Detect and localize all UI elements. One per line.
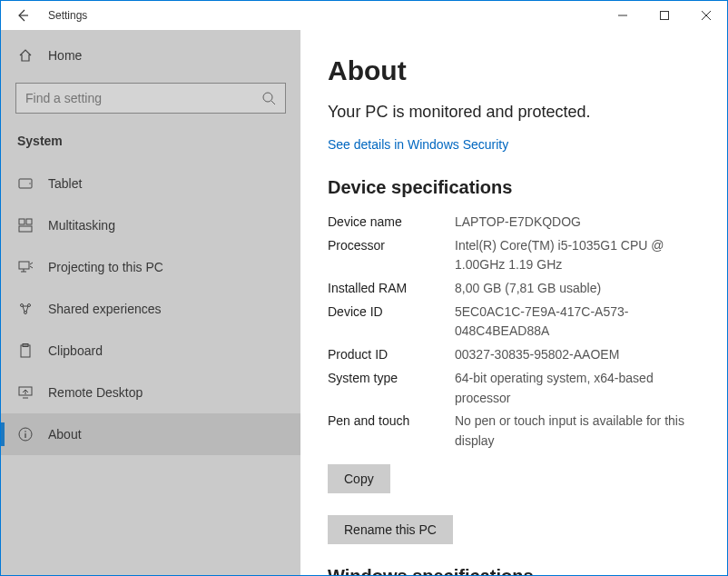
page-title: About — [328, 55, 700, 86]
spec-row: Pen and touchNo pen or touch input is av… — [328, 412, 700, 451]
protection-status: Your PC is monitored and protected. — [328, 103, 700, 122]
windows-spec-heading: Windows specifications — [328, 566, 700, 575]
sidebar-home[interactable]: Home — [1, 37, 300, 74]
spec-label: Device name — [328, 213, 455, 233]
device-spec-heading: Device specifications — [328, 177, 700, 198]
spec-label: Device ID — [328, 303, 455, 342]
sidebar-item-clipboard[interactable]: Clipboard — [1, 330, 300, 372]
svg-rect-6 — [19, 226, 32, 232]
maximize-button[interactable] — [644, 1, 685, 30]
sidebar-item-label: Projecting to this PC — [48, 260, 163, 274]
minimize-button[interactable] — [602, 1, 644, 30]
sidebar-item-remote[interactable]: Remote Desktop — [1, 372, 300, 413]
spec-label: Installed RAM — [328, 279, 455, 299]
svg-rect-5 — [26, 219, 32, 224]
spec-row: ProcessorIntel(R) Core(TM) i5-1035G1 CPU… — [328, 236, 700, 275]
spec-row: Product ID00327-30835-95802-AAOEM — [328, 345, 700, 365]
main-content: About Your PC is monitored and protected… — [300, 30, 727, 575]
spec-label: System type — [328, 369, 455, 408]
spec-value: 8,00 GB (7,81 GB usable) — [455, 279, 601, 299]
sidebar-item-tablet[interactable]: Tablet — [1, 163, 300, 204]
spec-label: Product ID — [328, 345, 455, 365]
sidebar-item-label: Tablet — [48, 176, 82, 191]
back-button[interactable] — [1, 1, 44, 30]
spec-row: Device ID5EC0AC1C-7E9A-417C-A573-048C4BE… — [328, 303, 700, 342]
spec-value: 5EC0AC1C-7E9A-417C-A573-048C4BEAD88A — [455, 303, 700, 342]
window-title: Settings — [44, 9, 87, 22]
svg-rect-4 — [19, 219, 25, 224]
windows-security-link[interactable]: See details in Windows Security — [328, 137, 508, 152]
spec-label: Processor — [328, 236, 455, 275]
spec-row: Installed RAM8,00 GB (7,81 GB usable) — [328, 279, 700, 299]
spec-value: 00327-30835-95802-AAOEM — [455, 345, 619, 365]
remote-icon — [17, 384, 34, 401]
sidebar-item-label: Remote Desktop — [48, 385, 143, 400]
svg-rect-7 — [19, 262, 29, 269]
svg-point-1 — [263, 93, 272, 102]
spec-value: LAPTOP-E7DKQDOG — [455, 213, 581, 233]
home-icon — [17, 47, 34, 64]
sidebar-category: System — [1, 126, 300, 163]
copy-button[interactable]: Copy — [328, 464, 390, 493]
search-icon — [261, 90, 277, 106]
spec-label: Pen and touch — [328, 412, 455, 451]
sidebar-item-multitask[interactable]: Multitasking — [1, 204, 300, 246]
sidebar-item-shared[interactable]: Shared experiences — [1, 288, 300, 330]
project-icon — [17, 259, 34, 275]
about-icon — [17, 426, 34, 442]
spec-value: No pen or touch input is available for t… — [455, 412, 700, 451]
spec-row: Device nameLAPTOP-E7DKQDOG — [328, 213, 700, 233]
clipboard-icon — [17, 343, 34, 359]
spec-value: Intel(R) Core(TM) i5-1035G1 CPU @ 1.00GH… — [455, 236, 700, 275]
sidebar-home-label: Home — [48, 48, 82, 63]
rename-pc-button[interactable]: Rename this PC — [328, 515, 453, 544]
svg-point-15 — [25, 431, 26, 432]
sidebar-item-label: Shared experiences — [48, 302, 162, 316]
close-button[interactable] — [685, 1, 727, 30]
sidebar-item-label: Multitasking — [48, 218, 115, 233]
svg-point-3 — [29, 183, 30, 184]
sidebar-item-project[interactable]: Projecting to this PC — [1, 246, 300, 288]
tablet-icon — [17, 175, 34, 192]
sidebar-item-label: Clipboard — [48, 343, 103, 358]
svg-rect-0 — [661, 12, 669, 20]
shared-icon — [17, 301, 34, 317]
search-input[interactable] — [15, 83, 286, 114]
sidebar: Home System TabletMultitaskingProjecting… — [1, 30, 300, 575]
sidebar-item-label: About — [48, 427, 82, 442]
spec-value: 64-bit operating system, x64-based proce… — [455, 369, 700, 408]
multitask-icon — [17, 217, 34, 233]
sidebar-item-about[interactable]: About — [1, 413, 300, 455]
spec-row: System type64-bit operating system, x64-… — [328, 369, 700, 408]
